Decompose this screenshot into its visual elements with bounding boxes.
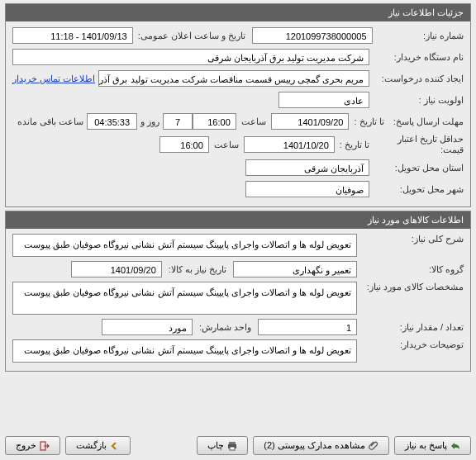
field-time-remaining: 04:35:33 — [87, 113, 137, 130]
svg-rect-2 — [230, 447, 235, 450]
need-details-body: شماره نیاز: 1201099738000005 تاریخ و ساع… — [6, 21, 470, 206]
field-reply-time: 16:00 — [193, 113, 236, 130]
print-button[interactable]: چاپ — [197, 436, 248, 455]
back-button[interactable]: بازگشت — [65, 436, 131, 455]
field-reply-date: 1401/09/20 — [271, 113, 350, 130]
reply-button[interactable]: پاسخ به نیاز — [394, 436, 471, 455]
need-details-title: جزئیات اطلاعات نیاز — [6, 4, 470, 21]
label-goods-group: گروه کالا: — [360, 264, 464, 275]
label-qty: تعداد / مقدار نیاز: — [360, 322, 464, 333]
svg-rect-0 — [229, 442, 236, 444]
link-buyer-contact[interactable]: اطلاعات تماس خریدار — [12, 74, 95, 84]
label-creator: ایجاد کننده درخواست: — [373, 74, 464, 84]
label-min-validity: حداقل تاریخ اعتبار قیمت: — [373, 134, 464, 155]
back-icon — [110, 441, 120, 451]
print-button-label: چاپ — [207, 440, 224, 451]
label-hour-2: ساعت — [214, 140, 239, 150]
field-validity-time: 16:00 — [159, 136, 209, 153]
field-announce-dt: 1401/09/13 - 11:18 — [12, 27, 133, 44]
field-days-remaining: 7 — [163, 113, 193, 130]
label-reply-deadline: مهلت ارسال پاسخ: — [388, 116, 464, 127]
label-priority: اولویت نیاز : — [373, 95, 464, 106]
print-icon — [227, 441, 237, 451]
field-need-no: 1201099738000005 — [252, 27, 373, 44]
field-unit: مورد — [102, 319, 193, 335]
reply-button-label: پاسخ به نیاز — [405, 440, 447, 451]
field-province: آذربایجان شرقی — [245, 159, 369, 176]
field-item-spec: تعویض لوله ها و اتصالات واجرای پایپینگ س… — [12, 282, 357, 315]
field-buyer-org: شرکت مدیریت تولید برق آذربایجان شرقی — [12, 49, 369, 65]
field-need-by-date: 1401/09/20 — [71, 261, 162, 277]
label-to-date-2: تا تاریخ : — [340, 140, 369, 150]
items-panel-body: شرح کلی نیاز: تعویض لوله ها و اتصالات وا… — [6, 229, 470, 371]
label-province: استان محل تحویل: — [373, 163, 464, 173]
field-buyer-notes: تعویض لوله ها و اتصالات واجرای پایپینگ س… — [12, 339, 357, 363]
field-qty: 1 — [258, 319, 357, 335]
need-details-panel: جزئیات اطلاعات نیاز شماره نیاز: 12010997… — [5, 3, 471, 207]
label-hours-remaining: ساعت باقی مانده — [17, 116, 83, 127]
label-need-no: شماره نیاز: — [376, 31, 464, 41]
items-panel: اطلاعات کالاهای مورد نیاز شرح کلی نیاز: … — [5, 211, 471, 372]
field-priority: عادی — [278, 92, 369, 108]
label-city: شهر محل تحویل: — [373, 184, 464, 195]
label-general-desc: شرح کلی نیاز: — [360, 234, 464, 244]
label-to-date-1: تا تاریخ : — [354, 116, 383, 127]
exit-button-label: خروج — [16, 440, 36, 451]
label-unit: واحد شمارش: — [199, 322, 251, 333]
back-button-label: بازگشت — [76, 440, 107, 451]
label-need-by-date: تاریخ نیاز به کالا: — [169, 264, 226, 275]
field-validity-date: 1401/10/20 — [244, 136, 335, 153]
bottom-toolbar: پاسخ به نیاز مشاهده مدارک پیوستی (2) چاپ… — [5, 436, 471, 455]
items-panel-title: اطلاعات کالاهای مورد نیاز — [6, 211, 470, 229]
attachment-icon — [369, 441, 378, 451]
label-hour-1: ساعت — [241, 116, 266, 127]
exit-button[interactable]: خروج — [5, 436, 60, 455]
field-goods-group: تعمیر و نگهداری — [233, 261, 357, 277]
field-creator: مریم بحری گمچی رییس قسمت مناقصات شرکت مد… — [98, 70, 369, 87]
attachments-button[interactable]: مشاهده مدارک پیوستی (2) — [253, 436, 389, 455]
exit-icon — [40, 441, 50, 451]
label-days-and: روز و — [140, 116, 159, 127]
label-item-spec: مشخصات کالای مورد نیاز: — [360, 282, 464, 292]
label-announce-dt: تاریخ و ساعت اعلان عمومی: — [138, 31, 245, 41]
field-general-desc: تعویض لوله ها و اتصالات واجرای پایپینگ س… — [12, 234, 357, 257]
field-city: صوفیان — [245, 181, 369, 197]
attachments-button-label: مشاهده مدارک پیوستی (2) — [264, 440, 365, 451]
label-buyer-notes: توضیحات خریدار: — [360, 339, 464, 350]
reply-icon — [450, 441, 460, 451]
label-buyer-org: نام دستگاه خریدار: — [373, 52, 464, 63]
